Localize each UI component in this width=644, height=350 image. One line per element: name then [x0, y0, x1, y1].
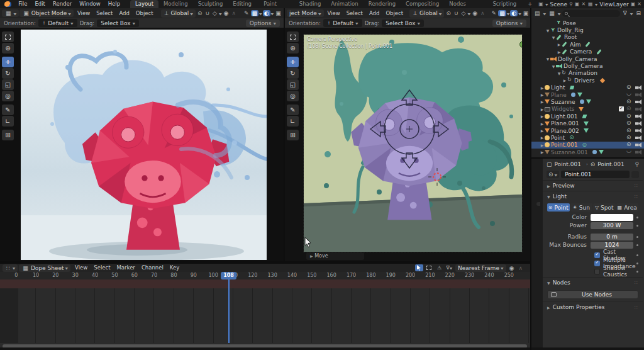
- tool-cursor[interactable]: ⊕: [287, 43, 299, 54]
- show-hidden-toggle[interactable]: [425, 264, 433, 271]
- outliner-row[interactable]: ▼ Dolly_Rig: [531, 26, 644, 33]
- snap-magnet-icon[interactable]: ∪: [204, 10, 211, 16]
- power-field[interactable]: 300 W: [591, 222, 633, 229]
- workspace-tab[interactable]: Texture Paint: [258, 0, 294, 8]
- rendered-view-canvas[interactable]: [21, 30, 267, 260]
- tool-select-box[interactable]: [287, 31, 299, 42]
- animate-dot[interactable]: [636, 271, 638, 273]
- disable-render-icon[interactable]: [635, 99, 641, 104]
- hide-eye-icon[interactable]: [626, 128, 633, 134]
- breadcrumb-data[interactable]: Point.001: [597, 161, 624, 167]
- dopesheet-channel-column[interactable]: [0, 288, 18, 343]
- hide-eye-icon[interactable]: [626, 120, 633, 127]
- snap-magnet-icon[interactable]: ∪: [453, 10, 460, 16]
- breadcrumb-object[interactable]: Point.001: [555, 161, 581, 167]
- filter-dropdown[interactable]: ∇▼: [445, 264, 453, 271]
- orientation-value-dropdown[interactable]: ⟊Default▼: [323, 19, 362, 27]
- disclosure-arrow[interactable]: ▶: [540, 86, 545, 90]
- outliner-row[interactable]: ▶ Widgets: [531, 106, 644, 113]
- disclosure-arrow[interactable]: ▶: [540, 143, 545, 147]
- light-type-button[interactable]: ⊙Point: [547, 203, 570, 212]
- animate-dot[interactable]: [636, 225, 638, 227]
- disclosure-arrow[interactable]: ▶: [557, 42, 562, 47]
- pivot-icon[interactable]: ⊙: [445, 10, 452, 16]
- proportional-edit-icon[interactable]: ◉: [471, 10, 479, 16]
- mode-dropdown-left[interactable]: ▣Object Mode▼: [19, 9, 74, 17]
- workspace-tab[interactable]: Shading: [294, 0, 326, 8]
- hide-eye-icon[interactable]: [626, 92, 633, 98]
- overlays-toggle-icon[interactable]: ◐: [263, 10, 270, 16]
- tool-annotate[interactable]: ✎: [2, 104, 14, 115]
- tool-scale[interactable]: ◱: [287, 79, 299, 90]
- gizmo-toggle-icon[interactable]: ▩: [251, 10, 259, 16]
- menu-item[interactable]: Select: [93, 8, 116, 18]
- workspace-tab[interactable]: Rendering: [364, 0, 401, 8]
- disclosure-arrow[interactable]: ▼: [545, 57, 550, 61]
- light-type-button[interactable]: ▦Area: [616, 203, 639, 212]
- outliner-row[interactable]: ▼ Animation: [531, 70, 644, 77]
- area-divider-vertical[interactable]: [284, 8, 285, 261]
- outliner-filter-collection-icon[interactable]: ▦: [548, 10, 556, 16]
- hide-eye-icon[interactable]: [626, 149, 633, 155]
- panel-nodes[interactable]: ▼Nodes∷: [543, 277, 643, 288]
- dopesheet-mode-dropdown[interactable]: ▦Dope Sheet▼: [19, 264, 70, 272]
- disclosure-arrow[interactable]: ▶: [540, 128, 545, 133]
- show-errors-toggle[interactable]: ⚠: [435, 264, 443, 271]
- falloff-icon[interactable]: ∧: [479, 10, 486, 16]
- disable-render-icon[interactable]: [635, 142, 641, 147]
- menu-item[interactable]: Add: [116, 8, 132, 18]
- editor-type-dropdown[interactable]: ∷▼: [3, 264, 18, 272]
- scene-selector[interactable]: ▣▼ Scene ⚲ ▣ ✕: [538, 1, 586, 8]
- mode-dropdown-right[interactable]: ject Mode▼: [287, 9, 324, 17]
- xray-toggle-icon[interactable]: ▣: [522, 10, 530, 16]
- proportional-edit-icon[interactable]: ◉: [223, 10, 230, 16]
- tool-add-cube[interactable]: ⊞: [287, 130, 299, 140]
- menu-item[interactable]: Channel: [138, 264, 167, 272]
- snap-target-icon[interactable]: ◇: [460, 10, 467, 16]
- drag-value-dropdown[interactable]: Select Box▼: [382, 20, 424, 27]
- panel-custom-properties[interactable]: ▶Custom Properties∷: [543, 302, 643, 312]
- pin-icon[interactable]: ⚲: [569, 1, 573, 7]
- editor-type-dropdown[interactable]: ▦▼: [2, 9, 19, 17]
- tool-transform[interactable]: ◎: [2, 91, 14, 101]
- outliner-row[interactable]: ▶ Aim: [531, 41, 644, 48]
- menu-item[interactable]: View: [72, 264, 91, 272]
- outliner-row[interactable]: ▼ Root: [531, 34, 644, 41]
- disclosure-arrow[interactable]: ▶: [540, 93, 545, 97]
- use-nodes-button[interactable]: Use Nodes: [547, 290, 638, 299]
- current-frame-badge[interactable]: 108: [221, 272, 236, 279]
- dopesheet-grid[interactable]: [0, 288, 530, 343]
- outliner-row[interactable]: ▶ Light.001: [531, 113, 644, 120]
- annotate-tool-icon[interactable]: ✎: [243, 10, 250, 16]
- color-swatch[interactable]: [591, 214, 633, 221]
- disclosure-arrow[interactable]: ▶: [540, 99, 545, 104]
- gizmo-toggle-icon[interactable]: ▩: [498, 10, 506, 16]
- menu-item[interactable]: Render: [49, 0, 75, 8]
- timeline-ruler[interactable]: 0102030405060708090100110120130140150160…: [0, 272, 530, 279]
- outliner-row[interactable]: ▶ Point: [531, 134, 644, 141]
- area-divider-outliner-props[interactable]: [531, 157, 644, 159]
- tool-select-box[interactable]: [2, 31, 14, 42]
- tool-move[interactable]: ✛: [287, 57, 299, 67]
- menu-item[interactable]: Window: [75, 0, 104, 8]
- menu-item[interactable]: Select: [91, 264, 113, 272]
- outliner-row[interactable]: Pose: [531, 20, 644, 26]
- hide-eye-icon[interactable]: [626, 99, 633, 105]
- tool-annotate[interactable]: ✎: [287, 104, 299, 115]
- falloff-icon[interactable]: ∧: [230, 10, 237, 16]
- orientation-value-dropdown[interactable]: ⟊Default▼: [38, 19, 77, 27]
- navigation-gizmo[interactable]: x: [518, 36, 522, 57]
- menu-item[interactable]: Key: [167, 264, 182, 272]
- tool-measure[interactable]: ∟: [287, 116, 299, 127]
- tool-rotate[interactable]: ↻: [2, 68, 14, 79]
- orientation-dropdown-left[interactable]: ⟂Global▼: [161, 9, 196, 18]
- viewport-right[interactable]: Camera Perspective (108) Scene Collectio…: [285, 28, 530, 261]
- outliner-search-input[interactable]: [562, 10, 620, 17]
- outliner-row[interactable]: ▶ Plane.001: [531, 120, 644, 127]
- pin-id-icon[interactable]: ⚲: [635, 161, 639, 167]
- workspace-tab[interactable]: Modeling: [158, 0, 193, 8]
- disclosure-arrow[interactable]: ▶: [540, 150, 545, 154]
- tool-move[interactable]: ✛: [2, 57, 14, 67]
- disclosure-arrow[interactable]: ▶: [540, 114, 545, 118]
- viewport-left[interactable]: ⊕ ✛ ↻ ◱ ◎ ✎ ∟ ⊞: [0, 28, 284, 261]
